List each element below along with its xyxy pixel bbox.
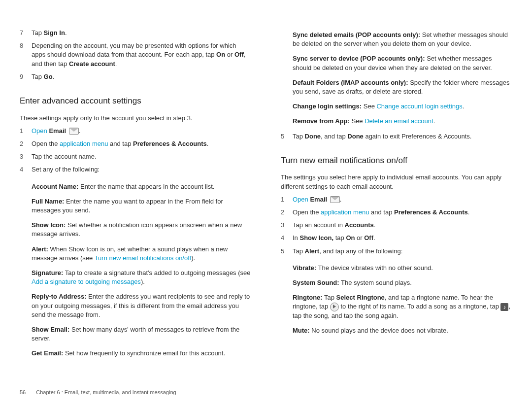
- step-body: Tap Sign In.: [32, 29, 251, 37]
- page-number: 56: [20, 389, 26, 395]
- setting-description: Show Email: Set how many days' worth of …: [32, 325, 251, 343]
- setting-description: System Sound: The system sound plays.: [293, 278, 512, 287]
- left-column: 7Tap Sign In.8Depending on the account, …: [20, 25, 251, 364]
- list-item: 3Tap the account name.: [20, 152, 251, 161]
- advanced-settings-cont: Sync deleted emails (POP accounts only):…: [293, 31, 512, 126]
- notif-intro: The settings you select here apply to in…: [281, 173, 512, 191]
- step-body: Tap Done, and tap Done again to exit Pre…: [293, 132, 512, 141]
- setting-description: Ringtone: Tap Select Ringtone, and tap a…: [293, 293, 512, 320]
- step-number: 7: [20, 29, 32, 37]
- list-item: 4Set any of the following:: [20, 165, 251, 174]
- page-columns: 7Tap Sign In.8Depending on the account, …: [20, 25, 512, 364]
- cross-ref-link[interactable]: Delete an email account: [365, 117, 433, 125]
- right-column: Sync deleted emails (POP accounts only):…: [281, 25, 512, 364]
- advanced-settings: Account Name: Enter the name that appear…: [32, 182, 251, 358]
- list-item: 2Open the application menu and tap Prefe…: [20, 139, 251, 148]
- cross-ref-link[interactable]: application menu: [60, 140, 108, 147]
- setting-description: Signature: Tap to create a signature tha…: [32, 269, 251, 286]
- step-body: Open the application menu and tap Prefer…: [32, 139, 251, 148]
- cross-ref-link[interactable]: Open: [293, 196, 310, 203]
- list-item: 2Open the application menu and tap Prefe…: [281, 208, 512, 217]
- step-body: Open Email .: [293, 195, 512, 204]
- play-icon: [330, 303, 339, 311]
- step-number: 1: [20, 127, 32, 136]
- cross-ref-link[interactable]: Email: [49, 127, 66, 135]
- step-number: 5: [281, 247, 293, 256]
- list-item: 8Depending on the account, you may be pr…: [20, 41, 251, 68]
- steps-notif: 1Open Email .2Open the application menu …: [281, 195, 512, 256]
- setting-description: Sync server to device (POP accounts only…: [293, 54, 512, 72]
- setting-description: Vibrate: The device vibrates with no oth…: [293, 264, 512, 273]
- step-body: Tap the account name.: [32, 152, 251, 161]
- cross-ref-link[interactable]: Add a signature to outgoing messages: [32, 278, 141, 285]
- cross-ref-link[interactable]: Change account login settings: [376, 103, 462, 110]
- setting-description: Sync deleted emails (POP accounts only):…: [293, 31, 512, 48]
- list-item: 5Tap Done, and tap Done again to exit Pr…: [281, 132, 512, 141]
- cross-ref-link[interactable]: application menu: [321, 208, 369, 216]
- cross-ref-link[interactable]: Turn new email notifications on/off: [95, 254, 192, 262]
- music-icon: ♪: [500, 303, 508, 311]
- list-item: 3Tap an account in Accounts.: [281, 221, 512, 230]
- step-number: 5: [281, 132, 293, 141]
- list-item: 9Tap Go.: [20, 72, 251, 81]
- step-body: Open the application menu and tap Prefer…: [293, 208, 512, 217]
- step-number: 2: [281, 208, 293, 217]
- heading-notifications: Turn new email notifications on/off: [281, 155, 512, 167]
- cross-ref-link[interactable]: Email: [310, 196, 327, 203]
- alert-options: Vibrate: The device vibrates with no oth…: [293, 264, 512, 336]
- step-number: 9: [20, 72, 32, 81]
- setting-description: Default Folders (IMAP accounts only): Sp…: [293, 78, 512, 96]
- step-number: 8: [20, 41, 32, 68]
- list-item: 1Open Email .: [20, 127, 251, 136]
- setting-description: Get Email: Set how frequently to synchro…: [32, 349, 251, 358]
- step5: 5Tap Done, and tap Done again to exit Pr…: [281, 132, 512, 141]
- advanced-intro: These settings apply only to the account…: [20, 114, 251, 123]
- list-item: 5Tap Alert, and tap any of the following…: [281, 247, 512, 256]
- email-icon: [69, 128, 79, 135]
- setting-description: Full Name: Enter the name you want to ap…: [32, 197, 251, 215]
- footer-text: Chapter 6 : Email, text, multimedia, and…: [36, 389, 176, 395]
- step-body: Tap an account in Accounts.: [293, 221, 512, 230]
- setting-description: Change login settings: See Change accoun…: [293, 102, 512, 111]
- step-number: 1: [281, 195, 293, 204]
- list-item: 7Tap Sign In.: [20, 29, 251, 37]
- heading-advanced: Enter advanced account settings: [20, 95, 251, 107]
- step-number: 2: [20, 139, 32, 148]
- list-item: 4In Show Icon, tap On or Off.: [281, 234, 512, 242]
- email-icon: [330, 196, 340, 203]
- step-number: 3: [281, 221, 293, 230]
- step-number: 4: [20, 165, 32, 174]
- setting-description: Mute: No sound plays and the device does…: [293, 326, 512, 335]
- setting-description: Account Name: Enter the name that appear…: [32, 182, 251, 191]
- step-body: Tap Alert, and tap any of the following:: [293, 247, 512, 256]
- step-body: Set any of the following:: [32, 165, 251, 174]
- step-number: 4: [281, 234, 293, 242]
- setting-description: Alert: When Show Icon is on, set whether…: [32, 245, 251, 263]
- setting-description: Show Icon: Set whether a notification ic…: [32, 221, 251, 239]
- step-body: Tap Go.: [32, 72, 251, 81]
- setting-description: Reply-to Address: Enter the address you …: [32, 292, 251, 319]
- step-body: Depending on the account, you may be pre…: [32, 41, 251, 68]
- steps-top: 7Tap Sign In.8Depending on the account, …: [20, 29, 251, 81]
- step-number: 3: [20, 152, 32, 161]
- page-footer: 56 Chapter 6 : Email, text, multimedia, …: [20, 389, 176, 396]
- cross-ref-link[interactable]: Open: [32, 127, 49, 135]
- steps-advanced: 1Open Email .2Open the application menu …: [20, 127, 251, 174]
- step-body: In Show Icon, tap On or Off.: [293, 234, 512, 242]
- step-body: Open Email .: [32, 127, 251, 136]
- list-item: 1Open Email .: [281, 195, 512, 204]
- setting-description: Remove from App: See Delete an email acc…: [293, 117, 512, 126]
